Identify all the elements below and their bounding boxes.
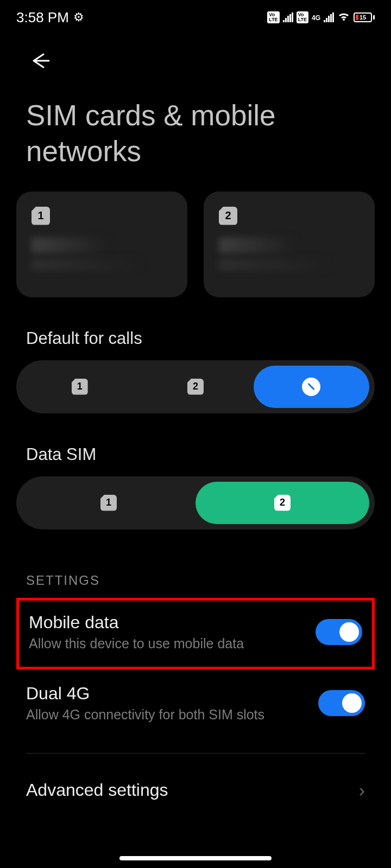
network-type-icon: 4G bbox=[312, 15, 320, 20]
mobile-data-row[interactable]: Mobile data Allow this device to use mob… bbox=[16, 598, 375, 669]
sim-chip-icon: 2 bbox=[274, 495, 291, 511]
settings-section-header: SETTINGS bbox=[0, 529, 391, 598]
sim-card-2[interactable]: 2 bbox=[204, 192, 375, 297]
back-button[interactable] bbox=[26, 66, 52, 75]
sim-chip-icon: 2 bbox=[219, 207, 237, 225]
mobile-data-title: Mobile data bbox=[29, 612, 244, 633]
status-time: 3:58 PM bbox=[16, 9, 69, 26]
home-indicator[interactable] bbox=[119, 856, 272, 860]
sim-chip-icon: 2 bbox=[187, 379, 204, 395]
dual-4g-row[interactable]: Dual 4G Allow 4G connectivity for both S… bbox=[0, 669, 391, 740]
page-title: SIM cards & mobile networks bbox=[0, 81, 391, 192]
sim2-name-redacted bbox=[219, 237, 296, 253]
mobile-data-toggle[interactable] bbox=[316, 619, 362, 645]
sim-card-1[interactable]: 1 bbox=[16, 192, 187, 297]
volte-icon-sim2: VoLTE bbox=[297, 11, 308, 23]
wifi-icon bbox=[337, 10, 350, 25]
settings-icon: ⚙ bbox=[73, 10, 84, 24]
data-sim-sim2[interactable]: 2 bbox=[195, 482, 369, 524]
sim1-number-redacted bbox=[31, 259, 141, 271]
dual-4g-subtitle: Allow 4G connectivity for both SIM slots bbox=[26, 707, 264, 723]
chevron-right-icon: › bbox=[359, 780, 365, 801]
default-calls-selector: 1 2 bbox=[16, 360, 375, 413]
status-bar: 3:58 PM ⚙ VoLTE VoLTE 4G 15 bbox=[0, 0, 391, 33]
advanced-settings-title: Advanced settings bbox=[26, 780, 168, 800]
signal-icon-sim2 bbox=[324, 12, 334, 22]
volte-icon-sim1: VoLTE bbox=[267, 11, 279, 23]
data-sim-sim1[interactable]: 1 bbox=[22, 482, 195, 524]
default-calls-none[interactable] bbox=[254, 366, 369, 408]
sim2-number-redacted bbox=[219, 259, 329, 271]
dual-4g-title: Dual 4G bbox=[26, 684, 264, 704]
sim-card-row: 1 2 bbox=[0, 192, 391, 297]
sim-chip-icon: 1 bbox=[72, 379, 88, 395]
sim-chip-icon: 1 bbox=[100, 495, 117, 511]
sim-chip-icon: 1 bbox=[31, 207, 50, 225]
default-calls-sim2[interactable]: 2 bbox=[137, 366, 253, 408]
mobile-data-subtitle: Allow this device to use mobile data bbox=[29, 636, 244, 652]
data-sim-label: Data SIM bbox=[0, 413, 391, 476]
default-calls-label: Default for calls bbox=[0, 297, 391, 360]
sim1-name-redacted bbox=[31, 237, 109, 253]
advanced-settings-row[interactable]: Advanced settings › bbox=[0, 754, 391, 801]
signal-icon-sim1 bbox=[283, 12, 293, 22]
no-default-icon bbox=[302, 378, 320, 396]
dual-4g-toggle[interactable] bbox=[318, 690, 365, 716]
data-sim-selector: 1 2 bbox=[16, 476, 375, 529]
battery-icon: 15 bbox=[354, 12, 375, 22]
default-calls-sim1[interactable]: 1 bbox=[22, 366, 137, 408]
